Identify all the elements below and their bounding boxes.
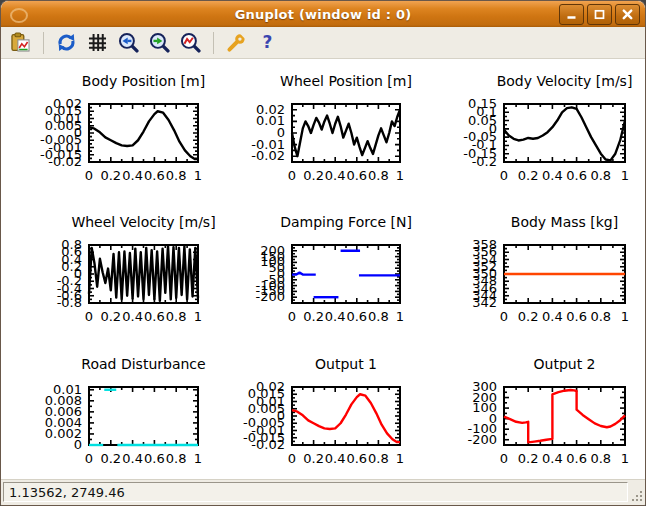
- x-tick-label: 1: [605, 452, 645, 466]
- plot-area-road-disturbance[interactable]: [88, 386, 199, 446]
- toolbar: ?: [1, 27, 645, 59]
- grid-icon: [87, 32, 108, 53]
- y-tick-label: -0.02: [229, 149, 285, 163]
- title-bar[interactable]: Gnuplot (window id : 0): [1, 1, 645, 27]
- plot-border: [504, 387, 625, 445]
- plot-canvas[interactable]: Body Position [m]0.020.0150.010.0050-0.0…: [1, 59, 645, 479]
- zoom-autoscale-icon: [180, 32, 201, 53]
- plot-title-body-mass-kg: Body Mass [kg]: [455, 214, 646, 230]
- wrench-icon: [226, 32, 247, 53]
- clipboard-chart-icon: [10, 32, 31, 53]
- x-tick-label: 1: [605, 310, 645, 324]
- plot-area-damping-force-n[interactable]: [291, 244, 401, 304]
- plot-border: [504, 104, 625, 162]
- window-menu-icon[interactable]: [10, 8, 28, 23]
- y-tick-label: -0.02: [26, 155, 82, 169]
- y-tick-label: -0.02: [229, 438, 285, 452]
- y-tick-label: 342: [441, 296, 497, 310]
- plot-area-wheel-position-m[interactable]: [291, 103, 401, 163]
- minimize-icon: [565, 9, 578, 20]
- configure-button[interactable]: [223, 30, 250, 56]
- x-tick-label: 1: [380, 310, 420, 324]
- x-tick-label: 1: [178, 452, 218, 466]
- maximize-icon: [593, 9, 606, 20]
- replot-button[interactable]: [53, 30, 80, 56]
- toolbar-separator: [43, 32, 44, 54]
- zoom-previous-icon: [118, 32, 139, 53]
- plot-title-output-2: Output 2: [455, 356, 646, 372]
- x-tick-label: 1: [605, 169, 645, 183]
- x-tick-label: 1: [178, 310, 218, 324]
- y-tick-label: -200: [229, 290, 285, 304]
- plot-title-body-position-m: Body Position [m]: [34, 73, 254, 89]
- x-tick-label: 1: [380, 169, 420, 183]
- y-tick-label: 0: [26, 438, 82, 452]
- plot-area-body-velocity-m-s[interactable]: [503, 103, 626, 163]
- plot-area-body-mass-kg[interactable]: [503, 244, 626, 304]
- plot-title-road-disturbance: Road Disturbance: [34, 356, 254, 372]
- plot-area-output-1[interactable]: [291, 386, 401, 446]
- toggle-grid-button[interactable]: [84, 30, 111, 56]
- plot-title-output-1: Output 1: [236, 356, 456, 372]
- y-tick-label: -0.2: [441, 155, 497, 169]
- x-tick-label: 1: [178, 169, 218, 183]
- question-mark-icon: ?: [263, 34, 273, 51]
- status-bar: 1.13562, 2749.46: [1, 479, 645, 505]
- toolbar-separator: [213, 32, 214, 54]
- zoom-next-icon: [149, 32, 170, 53]
- plot-border: [89, 387, 198, 445]
- next-zoom-button[interactable]: [146, 30, 173, 56]
- maximize-button[interactable]: [587, 4, 612, 25]
- coordinate-readout: 1.13562, 2749.46: [3, 482, 628, 502]
- plot-area-wheel-velocity-m-s[interactable]: [88, 244, 199, 304]
- gnuplot-window: Gnuplot (window id : 0): [0, 0, 646, 506]
- mouse-coordinates: 1.13562, 2749.46: [4, 485, 125, 500]
- plot-title-wheel-velocity-m-s: Wheel Velocity [m/s]: [34, 214, 254, 230]
- plot-area-body-position-m[interactable]: [88, 103, 199, 163]
- resize-grip-icon[interactable]: [631, 490, 643, 502]
- autoscale-button[interactable]: [177, 30, 204, 56]
- copy-to-clipboard-button[interactable]: [7, 30, 34, 56]
- plot-title-wheel-position-m: Wheel Position [m]: [236, 73, 456, 89]
- close-icon: [621, 9, 634, 20]
- x-tick-label: 1: [380, 452, 420, 466]
- plot-title-damping-force-n: Damping Force [N]: [236, 214, 456, 230]
- plot-title-body-velocity-m-s: Body Velocity [m/s]: [455, 73, 646, 89]
- y-tick-label: -0.8: [26, 296, 82, 310]
- help-button[interactable]: ?: [254, 30, 281, 56]
- close-button[interactable]: [615, 4, 640, 25]
- window-title: Gnuplot (window id : 0): [1, 7, 645, 22]
- plot-area-output-2[interactable]: [503, 386, 626, 446]
- previous-zoom-button[interactable]: [115, 30, 142, 56]
- minimize-button[interactable]: [559, 4, 584, 25]
- y-tick-label: -200: [441, 433, 497, 447]
- refresh-icon: [56, 32, 77, 53]
